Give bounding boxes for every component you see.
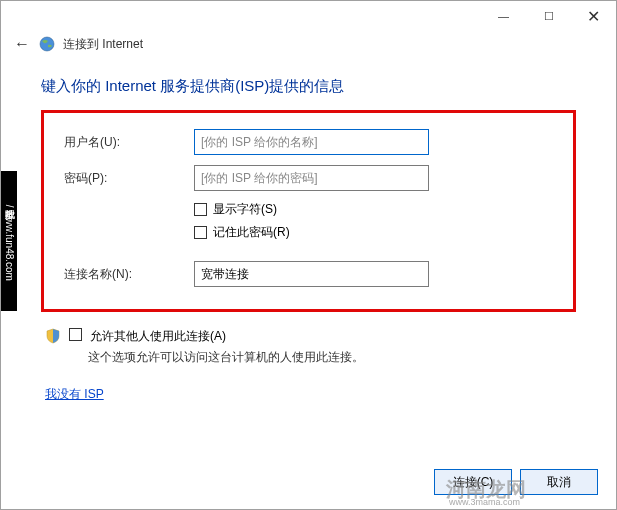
header-title: 连接到 Internet bbox=[63, 36, 143, 53]
password-label: 密码(P): bbox=[64, 170, 194, 187]
page-heading: 键入你的 Internet 服务提供商(ISP)提供的信息 bbox=[41, 77, 576, 96]
remember-password-checkbox[interactable] bbox=[194, 226, 207, 239]
globe-icon bbox=[39, 36, 55, 52]
show-chars-label: 显示字符(S) bbox=[213, 201, 277, 218]
header: ← 连接到 Internet bbox=[1, 31, 616, 57]
show-chars-checkbox[interactable] bbox=[194, 203, 207, 216]
form-highlight-box: 用户名(U): 密码(P): 显示字符(S) 记住此密码(R) 连接名称(N): bbox=[41, 110, 576, 312]
close-button[interactable]: ✕ bbox=[571, 1, 616, 31]
titlebar: — ☐ ✕ bbox=[1, 1, 616, 31]
connection-name-input[interactable] bbox=[194, 261, 429, 287]
maximize-button[interactable]: ☐ bbox=[526, 1, 571, 31]
allow-others-label: 允许其他人使用此连接(A) bbox=[90, 328, 226, 345]
cancel-button[interactable]: 取消 bbox=[520, 469, 598, 495]
back-arrow-icon[interactable]: ← bbox=[13, 35, 31, 53]
allow-others-checkbox[interactable] bbox=[69, 328, 82, 341]
corner-watermark-sub: www.3mama.com bbox=[449, 497, 520, 507]
username-input[interactable] bbox=[194, 129, 429, 155]
allow-others-subtext: 这个选项允许可以访问这台计算机的人使用此连接。 bbox=[88, 349, 576, 366]
svg-point-0 bbox=[40, 37, 54, 51]
sidebar-watermark: 放肆吧 / www.fun48.com bbox=[1, 171, 17, 311]
shield-icon bbox=[45, 328, 61, 344]
username-label: 用户名(U): bbox=[64, 134, 194, 151]
no-isp-link[interactable]: 我没有 ISP bbox=[45, 386, 104, 403]
connection-name-label: 连接名称(N): bbox=[64, 266, 194, 283]
password-input[interactable] bbox=[194, 165, 429, 191]
minimize-button[interactable]: — bbox=[481, 1, 526, 31]
remember-password-label: 记住此密码(R) bbox=[213, 224, 290, 241]
